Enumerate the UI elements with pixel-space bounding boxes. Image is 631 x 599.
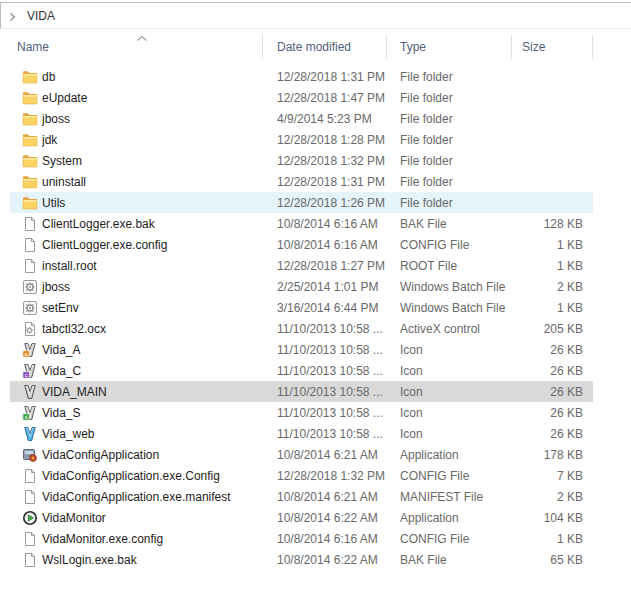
- file-row[interactable]: ClientLogger.exe.config 10/8/2014 6:16 A…: [10, 234, 593, 255]
- file-name: Utils: [42, 196, 263, 210]
- file-date-modified: 11/10/2013 10:58 ...: [263, 343, 387, 357]
- file-row[interactable]: VidaMonitor 10/8/2014 6:22 AM Applicatio…: [10, 507, 593, 528]
- file-row[interactable]: a Vida_A 11/10/2013 10:58 ... Icon 26 KB: [10, 339, 593, 360]
- file-date-modified: 11/10/2013 10:58 ...: [263, 385, 387, 399]
- chevron-right-icon[interactable]: [8, 11, 17, 21]
- file-type: BAK File: [387, 553, 512, 567]
- file-row[interactable]: jdk 12/28/2018 1:28 PM File folder: [10, 129, 593, 150]
- file-icon: [22, 237, 38, 253]
- file-row[interactable]: tabctl32.ocx 11/10/2013 10:58 ... Active…: [10, 318, 593, 339]
- file-row[interactable]: setEnv 3/16/2014 6:44 PM Windows Batch F…: [10, 297, 593, 318]
- file-row[interactable]: c Vida_C 11/10/2013 10:58 ... Icon 26 KB: [10, 360, 593, 381]
- file-name: setEnv: [42, 301, 263, 315]
- vida-web-icon: [22, 426, 38, 442]
- breadcrumb-folder-name[interactable]: VIDA: [27, 9, 55, 23]
- folder-icon: [22, 111, 38, 127]
- file-size: 26 KB: [512, 427, 593, 441]
- file-size: 2 KB: [512, 490, 593, 504]
- file-size: 26 KB: [512, 385, 593, 399]
- file-size: 26 KB: [512, 364, 593, 378]
- file-row[interactable]: VIDA_MAIN 11/10/2013 10:58 ... Icon 26 K…: [10, 381, 593, 402]
- file-row[interactable]: System 12/28/2018 1:32 PM File folder: [10, 150, 593, 171]
- file-size: 205 KB: [512, 322, 593, 336]
- column-header-type[interactable]: Type: [387, 34, 512, 59]
- file-date-modified: 10/8/2014 6:21 AM: [263, 490, 387, 504]
- file-date-modified: 10/8/2014 6:16 AM: [263, 532, 387, 546]
- file-type: ActiveX control: [387, 322, 512, 336]
- file-date-modified: 10/8/2014 6:16 AM: [263, 238, 387, 252]
- file-row[interactable]: eUpdate 12/28/2018 1:47 PM File folder: [10, 87, 593, 108]
- file-name: Vida_C: [42, 364, 263, 378]
- file-size: 65 KB: [512, 553, 593, 567]
- file-row[interactable]: WslLogin.exe.bak 10/8/2014 6:22 AM BAK F…: [10, 549, 593, 570]
- file-name: ClientLogger.exe.config: [42, 238, 263, 252]
- file-type: File folder: [387, 91, 512, 105]
- file-icon: [22, 258, 38, 274]
- monitor-app-icon: [22, 510, 38, 526]
- file-row[interactable]: Utils 12/28/2018 1:26 PM File folder: [10, 192, 593, 213]
- file-row[interactable]: VidaConfigApplication.exe.manifest 10/8/…: [10, 486, 593, 507]
- file-date-modified: 3/16/2014 6:44 PM: [263, 301, 387, 315]
- file-type: File folder: [387, 196, 512, 210]
- file-row[interactable]: VidaMonitor.exe.config 10/8/2014 6:16 AM…: [10, 528, 593, 549]
- file-row[interactable]: uninstall 12/28/2018 1:31 PM File folder: [10, 171, 593, 192]
- file-row[interactable]: db 12/28/2018 1:31 PM File folder: [10, 66, 593, 87]
- file-date-modified: 12/28/2018 1:32 PM: [263, 154, 387, 168]
- file-row[interactable]: VidaConfigApplication 10/8/2014 6:21 AM …: [10, 444, 593, 465]
- column-header-name[interactable]: Name: [10, 34, 263, 59]
- file-name: db: [42, 70, 263, 84]
- folder-icon: [22, 153, 38, 169]
- file-size: 1 KB: [512, 238, 593, 252]
- folder-icon: [22, 132, 38, 148]
- file-name: ClientLogger.exe.bak: [42, 217, 263, 231]
- file-icon: [22, 216, 38, 232]
- batch-file-icon: [22, 300, 38, 316]
- file-row[interactable]: s Vida_S 11/10/2013 10:58 ... Icon 26 KB: [10, 402, 593, 423]
- file-row[interactable]: ClientLogger.exe.bak 10/8/2014 6:16 AM B…: [10, 213, 593, 234]
- file-date-modified: 10/8/2014 6:22 AM: [263, 553, 387, 567]
- file-row[interactable]: Vida_web 11/10/2013 10:58 ... Icon 26 KB: [10, 423, 593, 444]
- file-date-modified: 12/28/2018 1:31 PM: [263, 175, 387, 189]
- file-name: uninstall: [42, 175, 263, 189]
- file-type: BAK File: [387, 217, 512, 231]
- file-row[interactable]: jboss 2/25/2014 1:01 PM Windows Batch Fi…: [10, 276, 593, 297]
- file-row[interactable]: VidaConfigApplication.exe.Config 12/28/2…: [10, 465, 593, 486]
- file-name: Vida_S: [42, 406, 263, 420]
- vida-c-icon: c: [22, 363, 38, 379]
- file-name: tabctl32.ocx: [42, 322, 263, 336]
- file-date-modified: 4/9/2014 5:23 PM: [263, 112, 387, 126]
- file-type: Icon: [387, 385, 512, 399]
- file-date-modified: 12/28/2018 1:26 PM: [263, 196, 387, 210]
- folder-icon: [22, 195, 38, 211]
- file-row[interactable]: install.root 12/28/2018 1:27 PM ROOT Fil…: [10, 255, 593, 276]
- file-type: Icon: [387, 406, 512, 420]
- file-type: Windows Batch File: [387, 301, 512, 315]
- file-type: File folder: [387, 154, 512, 168]
- file-type: File folder: [387, 112, 512, 126]
- file-row[interactable]: jboss 4/9/2014 5:23 PM File folder: [10, 108, 593, 129]
- file-type: File folder: [387, 133, 512, 147]
- file-type: Icon: [387, 427, 512, 441]
- file-size: 1 KB: [512, 532, 593, 546]
- config-app-icon: [22, 447, 38, 463]
- file-size: 26 KB: [512, 406, 593, 420]
- breadcrumb-bar[interactable]: VIDA: [0, 2, 631, 29]
- file-date-modified: 12/28/2018 1:32 PM: [263, 469, 387, 483]
- file-name: VidaMonitor.exe.config: [42, 532, 263, 546]
- file-name: System: [42, 154, 263, 168]
- file-name: VIDA_MAIN: [42, 385, 263, 399]
- file-name: VidaConfigApplication: [42, 448, 263, 462]
- folder-icon: [22, 69, 38, 85]
- file-size: 104 KB: [512, 511, 593, 525]
- column-header-date-modified[interactable]: Date modified: [263, 34, 387, 59]
- file-type: CONFIG File: [387, 532, 512, 546]
- file-name: Vida_web: [42, 427, 263, 441]
- vida-s-icon: s: [22, 405, 38, 421]
- file-name: WslLogin.exe.bak: [42, 553, 263, 567]
- column-header-size[interactable]: Size: [512, 34, 593, 59]
- file-type: Windows Batch File: [387, 280, 512, 294]
- file-type: Icon: [387, 364, 512, 378]
- file-name: install.root: [42, 259, 263, 273]
- file-date-modified: 12/28/2018 1:47 PM: [263, 91, 387, 105]
- vida-main-icon: [22, 384, 38, 400]
